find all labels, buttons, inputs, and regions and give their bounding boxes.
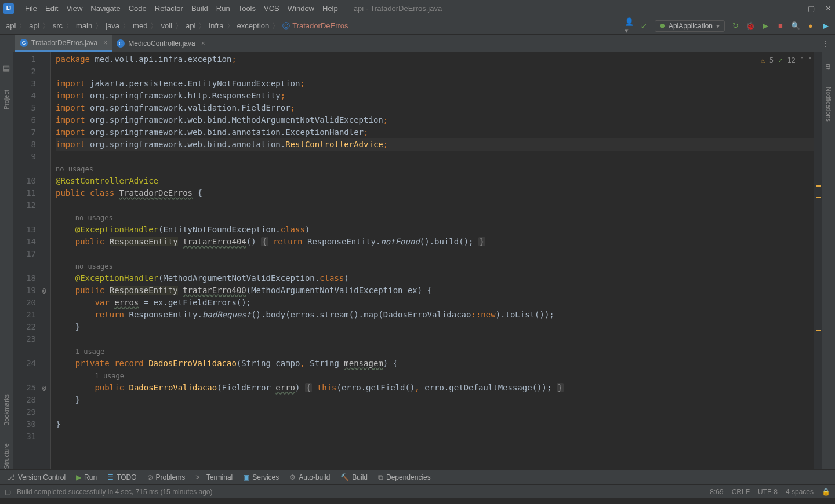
line-number[interactable]: 18 <box>13 272 36 284</box>
stop-icon[interactable]: ■ <box>776 21 785 31</box>
indent-setting[interactable]: 4 spaces <box>786 488 814 496</box>
menu-code[interactable]: Code <box>125 4 151 13</box>
menu-view[interactable]: View <box>62 4 86 13</box>
line-number[interactable] <box>13 260 36 272</box>
line-number[interactable]: 9 <box>13 151 36 163</box>
code-line[interactable] <box>56 65 814 78</box>
breadcrumb-item[interactable]: src <box>52 21 64 30</box>
line-number[interactable]: 8 <box>13 138 36 151</box>
code-line[interactable]: public class TratadorDeErros { <box>56 187 814 199</box>
gutter-marker-icon[interactable]: @ <box>42 284 46 297</box>
line-number[interactable]: 12 <box>13 199 36 211</box>
code-line[interactable]: @ExceptionHandler(EntityNotFoundExceptio… <box>56 224 814 236</box>
line-number[interactable]: 31 <box>13 430 36 443</box>
code-line[interactable]: 1 usage <box>56 370 814 382</box>
breadcrumb-item[interactable]: voll <box>159 21 173 30</box>
coverage-icon[interactable]: ▶ <box>761 21 770 31</box>
line-number[interactable]: 13 <box>13 224 36 236</box>
code-line[interactable]: 1 usage <box>56 345 814 357</box>
line-number[interactable]: 20 <box>13 297 36 309</box>
breadcrumb-item[interactable]: med <box>132 21 148 30</box>
code-line[interactable] <box>56 151 814 163</box>
code-line[interactable]: var erros = ex.getFieldErrors(); <box>56 297 814 309</box>
code-line[interactable]: } <box>56 321 814 333</box>
line-number[interactable]: 29 <box>13 406 36 418</box>
user-icon[interactable]: 👤▾ <box>625 21 634 31</box>
line-number[interactable]: 21 <box>13 309 36 321</box>
code-line[interactable]: return ResponseEntity.badRequest().body(… <box>56 309 814 321</box>
code-line[interactable]: no usages <box>56 163 814 175</box>
code-line[interactable] <box>56 333 814 345</box>
caret-position[interactable]: 8:69 <box>710 488 723 496</box>
line-number[interactable] <box>13 370 36 382</box>
code-line[interactable]: import org.springframework.web.bind.anno… <box>56 138 814 151</box>
inspections-widget[interactable]: ⚠5 ✓12 ˄ ˅ <box>761 54 812 67</box>
run-reload-icon[interactable]: ↻ <box>731 21 740 31</box>
bookmarks-tool-label[interactable]: Bookmarks <box>3 394 10 426</box>
line-number[interactable] <box>13 211 36 224</box>
code-line[interactable]: } <box>56 394 814 406</box>
breadcrumb-item[interactable]: exception <box>236 21 271 30</box>
line-ending[interactable]: CRLF <box>732 488 750 496</box>
line-number[interactable] <box>13 163 36 175</box>
project-tool-label[interactable]: Project <box>3 90 10 109</box>
code-line[interactable]: import jakarta.persistence.EntityNotFoun… <box>56 78 814 90</box>
todo-tool[interactable]: ☰TODO <box>107 473 136 481</box>
dependencies-tool[interactable]: ⧉Dependencies <box>378 473 431 481</box>
line-number[interactable]: 5 <box>13 102 36 114</box>
menu-file[interactable]: File <box>21 4 41 13</box>
code-line[interactable] <box>56 199 814 211</box>
error-stripe[interactable] <box>814 52 822 469</box>
services-tool[interactable]: ▣Services <box>243 473 279 481</box>
ide-update-icon[interactable]: ● <box>806 21 815 31</box>
close-tab-icon[interactable]: × <box>103 39 107 47</box>
code-line[interactable]: no usages <box>56 211 814 224</box>
line-gutter[interactable]: 1234567891011121314171819202122232425282… <box>13 52 41 469</box>
code-line[interactable]: } <box>56 418 814 430</box>
line-number[interactable]: 25 <box>13 382 36 394</box>
code-line[interactable] <box>56 430 814 443</box>
tabs-more-icon[interactable]: ⋮ <box>822 39 829 48</box>
code-line[interactable] <box>56 248 814 260</box>
code-line[interactable]: @RestControllerAdvice <box>56 175 814 187</box>
code-line[interactable]: public DadosErroValidacao(FieldError err… <box>56 382 814 394</box>
version-control-tool[interactable]: ⎇Version Control <box>7 473 66 481</box>
close-tab-icon[interactable]: × <box>201 39 205 48</box>
code-line[interactable]: public ResponseEntity tratarErro400(Meth… <box>56 284 814 297</box>
menu-build[interactable]: Build <box>187 4 212 13</box>
editor-tab[interactable]: CMedicoController.java× <box>112 35 209 52</box>
line-number[interactable] <box>13 345 36 357</box>
gutter-icons[interactable]: @@ <box>41 52 51 469</box>
code-line[interactable] <box>56 406 814 418</box>
line-number[interactable]: 24 <box>13 357 36 370</box>
terminal-tool[interactable]: >_Terminal <box>195 473 233 481</box>
breadcrumb-item[interactable]: java <box>104 21 121 30</box>
project-tool-icon[interactable]: ▤ <box>3 64 10 72</box>
editor[interactable]: ⚠5 ✓12 ˄ ˅ 12345678910111213141718192021… <box>13 52 822 469</box>
breadcrumb-item[interactable]: api <box>5 21 17 30</box>
menu-refactor[interactable]: Refactor <box>151 4 187 13</box>
minimize-icon[interactable]: — <box>790 4 797 13</box>
menu-vcs[interactable]: VCS <box>260 4 284 13</box>
line-number[interactable]: 28 <box>13 394 36 406</box>
run-config-select[interactable]: ⬣ ApiApplication ▾ <box>655 20 725 32</box>
code-line[interactable]: import org.springframework.web.bind.Meth… <box>56 114 814 126</box>
line-number[interactable]: 6 <box>13 114 36 126</box>
breadcrumb-item[interactable]: api <box>28 21 40 30</box>
code-line[interactable]: private record DadosErroValidacao(String… <box>56 357 814 370</box>
menu-window[interactable]: Window <box>284 4 318 13</box>
line-number[interactable]: 10 <box>13 175 36 187</box>
menu-navigate[interactable]: Navigate <box>86 4 124 13</box>
menu-run[interactable]: Run <box>212 4 234 13</box>
line-number[interactable]: 4 <box>13 90 36 102</box>
code-line[interactable]: package med.voll.api.infra.exception; <box>56 53 814 65</box>
line-number[interactable]: 2 <box>13 65 36 78</box>
debug-icon[interactable]: 🐞 <box>746 21 755 31</box>
build-tool[interactable]: 🔨Build <box>340 473 368 481</box>
maximize-icon[interactable]: ▢ <box>808 4 815 13</box>
breadcrumb-item[interactable]: api <box>184 21 197 30</box>
vcs-update-icon[interactable]: ↙ <box>640 21 649 31</box>
code-line[interactable]: import org.springframework.web.bind.anno… <box>56 126 814 138</box>
line-number[interactable]: 30 <box>13 418 36 430</box>
menu-help[interactable]: Help <box>318 4 342 13</box>
